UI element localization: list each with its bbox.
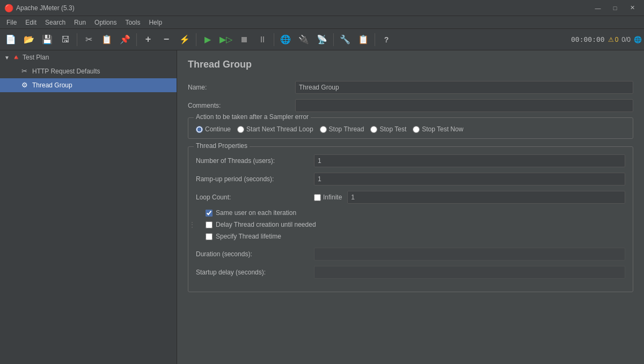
stop-button[interactable]: ⏹ (236, 31, 253, 48)
thread-props-section: Thread Properties Number of Threads (use… (188, 146, 633, 292)
stop-test-option[interactable]: Stop Test (370, 125, 406, 133)
menu-item-search[interactable]: Search (41, 17, 70, 28)
content-area: Thread Group Name: Comments: Action to b… (177, 50, 644, 364)
duration-label: Duration (seconds): (196, 250, 314, 258)
title-text: Apache JMeter (5.3) (16, 4, 590, 12)
globe-icon: 🌐 (634, 36, 642, 43)
close-button[interactable]: ✕ (625, 3, 640, 13)
help-button[interactable]: ? (378, 31, 395, 48)
comments-label: Comments: (188, 102, 295, 109)
startup-delay-row: Startup delay (seconds): (196, 266, 625, 279)
add-button[interactable]: + (140, 31, 157, 48)
loop-count-label: Loop Count: (196, 194, 314, 201)
loop-count-input[interactable] (347, 191, 625, 204)
stop-test-now-label: Stop Test Now (422, 125, 463, 133)
tree-icon-test-plan: 🔺 (12, 53, 20, 62)
start-next-option[interactable]: Start Next Thread Loop (237, 125, 313, 133)
menu-item-run[interactable]: Run (70, 17, 90, 28)
open-button[interactable]: 📂 (20, 31, 38, 48)
start-nopause-button[interactable]: ▶▷ (217, 31, 235, 48)
panel-title: Thread Group (188, 59, 633, 72)
maximize-button[interactable]: □ (608, 3, 623, 13)
copy-button[interactable]: 📋 (98, 31, 115, 48)
toolbar-separator-6 (375, 33, 375, 46)
remote-start-button[interactable]: 🌐 (277, 31, 294, 48)
start-next-radio[interactable] (237, 126, 244, 133)
start-next-label: Start Next Thread Loop (246, 125, 313, 133)
save-button[interactable]: 🖫 (57, 31, 74, 48)
function-helper-button[interactable]: 🔧 (336, 31, 354, 48)
tree-label-http-defaults: HTTP Request Defaults (32, 68, 100, 75)
stop-test-now-radio[interactable] (413, 126, 420, 133)
menu-item-options[interactable]: Options (90, 17, 121, 28)
num-threads-row: Number of Threads (users): (196, 154, 625, 167)
sampler-error-section: Action to be taken after a Sampler error… (188, 117, 633, 139)
paste-button[interactable]: 📌 (116, 31, 134, 48)
thread-props-legend: Thread Properties (194, 142, 250, 150)
clear-button[interactable]: ⚡ (176, 31, 193, 48)
sidebar-item-thread-group[interactable]: ⚙Thread Group (0, 78, 177, 92)
warning-icon: ⚠ (608, 36, 614, 43)
toolbar: 📄 📂 💾 🖫 ✂ 📋 📌 + − ⚡ ▶ ▶▷ ⏹ ⏸ 🌐 🔌 📡 🔧 📋 ?… (0, 29, 644, 50)
toolbar-separator-3 (196, 33, 196, 46)
toolbar-separator-4 (274, 33, 274, 46)
checkboxes-section: Same user on each iteration Delay Thread… (203, 209, 625, 240)
stop-thread-radio[interactable] (320, 126, 327, 133)
menu-item-file[interactable]: File (2, 17, 21, 28)
infinite-checkbox[interactable] (314, 194, 321, 201)
infinite-option[interactable]: Infinite (314, 194, 342, 201)
menu-item-tools[interactable]: Tools (121, 17, 144, 28)
name-label: Name: (188, 84, 295, 91)
remove-button[interactable]: − (158, 31, 175, 48)
template-button[interactable]: 📋 (355, 31, 372, 48)
minimize-button[interactable]: — (590, 3, 605, 13)
remote-stop-button[interactable]: 🔌 (295, 31, 312, 48)
toolbar-separator-1 (77, 33, 77, 46)
checkboxes-wrapper: ⋮ Same user on each iteration Delay Thre… (196, 209, 625, 240)
save-as-button[interactable]: 💾 (39, 31, 56, 48)
continue-label: Continue (205, 125, 231, 133)
continue-option[interactable]: Continue (196, 125, 231, 133)
ramp-up-label: Ramp-up period (seconds): (196, 175, 314, 183)
menu-bar: FileEditSearchRunOptionsToolsHelp (0, 16, 644, 29)
timer-display: 00:00:00 (571, 35, 605, 43)
name-input[interactable] (295, 81, 633, 94)
cut-button[interactable]: ✂ (80, 31, 97, 48)
ramp-up-input[interactable] (314, 173, 625, 185)
toolbar-separator-2 (136, 33, 137, 46)
stop-test-now-option[interactable]: Stop Test Now (413, 125, 463, 133)
startup-delay-label: Startup delay (seconds): (196, 269, 314, 276)
specify-lifetime-label: Specify Thread lifetime (216, 233, 281, 240)
continue-radio[interactable] (196, 126, 203, 133)
same-user-item[interactable]: Same user on each iteration (206, 209, 625, 217)
warning-badge: ⚠ 0 (608, 36, 619, 43)
sidebar-item-http-defaults[interactable]: ✂HTTP Request Defaults (0, 64, 177, 78)
comments-input[interactable] (295, 99, 633, 112)
menu-item-edit[interactable]: Edit (21, 17, 41, 28)
drag-handle-icon: ⋮ (188, 220, 196, 229)
comments-row: Comments: (188, 99, 633, 112)
specify-lifetime-checkbox[interactable] (206, 233, 213, 240)
num-threads-input[interactable] (314, 154, 625, 167)
delay-thread-item[interactable]: Delay Thread creation until needed (206, 221, 625, 228)
remote-exit-button[interactable]: 📡 (313, 31, 331, 48)
ramp-up-row: Ramp-up period (seconds): (196, 173, 625, 185)
stop-thread-option[interactable]: Stop Thread (320, 125, 364, 133)
stop-test-radio[interactable] (370, 126, 377, 133)
window-controls: — □ ✕ (590, 3, 640, 13)
new-button[interactable]: 📄 (2, 31, 19, 48)
delay-thread-checkbox[interactable] (206, 221, 213, 228)
tree-icon-thread-group: ⚙ (21, 81, 30, 90)
startup-delay-input[interactable] (314, 266, 625, 279)
sampler-error-legend: Action to be taken after a Sampler error (194, 113, 311, 121)
specify-lifetime-item[interactable]: Specify Thread lifetime (206, 233, 625, 240)
tree-label-thread-group: Thread Group (32, 81, 72, 89)
stop-test-label: Stop Test (379, 125, 406, 133)
menu-item-help[interactable]: Help (144, 17, 166, 28)
same-user-checkbox[interactable] (206, 210, 213, 217)
infinite-label: Infinite (323, 194, 342, 201)
duration-input[interactable] (314, 248, 625, 261)
start-button[interactable]: ▶ (199, 31, 216, 48)
sidebar-item-test-plan[interactable]: ▼🔺Test Plan (0, 50, 177, 64)
shutdown-button[interactable]: ⏸ (254, 31, 271, 48)
